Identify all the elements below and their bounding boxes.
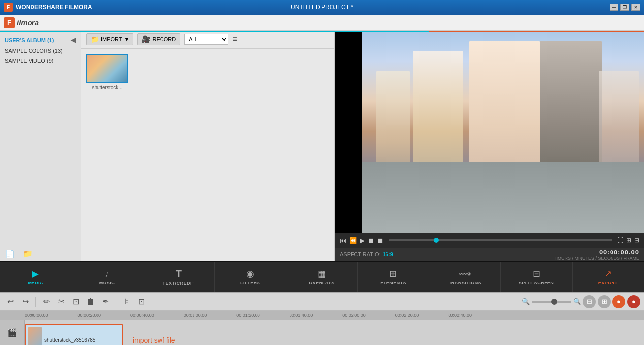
record-label: RECORD bbox=[152, 36, 176, 42]
tool-tab-transitions[interactable]: ⟿ TRANSITIONS bbox=[429, 262, 501, 292]
step-back-button[interactable]: ⏪ bbox=[349, 237, 357, 244]
tool-tab-splitscreen[interactable]: ⊟ SPLIT SCREEN bbox=[501, 262, 572, 292]
album-item-video[interactable]: SAMPLE VIDEO (9) bbox=[0, 56, 81, 65]
album-item-colors[interactable]: SAMPLE COLORS (13) bbox=[0, 46, 81, 56]
stop-button-2[interactable]: ⏹ bbox=[377, 237, 384, 244]
media-tab-icon: ▶ bbox=[32, 268, 39, 279]
skip-back-button[interactable]: ⏮ bbox=[340, 237, 346, 244]
toolbar-divider-2 bbox=[116, 297, 116, 307]
redo-button[interactable]: ↪ bbox=[19, 295, 32, 308]
color-button[interactable]: ✒ bbox=[99, 295, 112, 308]
grid-toggle-icon[interactable]: ≡ bbox=[232, 35, 237, 44]
ruler-tick-4: 00:01:20.00 bbox=[236, 313, 260, 318]
menubar: F ilmora bbox=[0, 15, 644, 31]
playhead-bar[interactable] bbox=[389, 239, 612, 241]
album-item-users[interactable]: USER'S ALBUM (1) ◀ bbox=[0, 34, 81, 46]
figure-4 bbox=[599, 71, 638, 213]
toolbar-divider-1 bbox=[35, 297, 36, 307]
pen-button[interactable]: ✏ bbox=[40, 295, 53, 308]
timeline-btn-red[interactable]: ● bbox=[612, 295, 625, 308]
tool-tab-elements[interactable]: ⊞ ELEMENTS bbox=[358, 262, 429, 292]
text-tab-icon: T bbox=[176, 268, 182, 280]
app-logo-icon: F bbox=[4, 3, 13, 12]
figure-main bbox=[469, 41, 540, 213]
timeline-clip[interactable]: shutterstock_v3516785 bbox=[25, 324, 123, 345]
tool-tab-filters[interactable]: ◉ FILTERS bbox=[215, 262, 286, 292]
restore-button[interactable]: ❐ bbox=[620, 4, 629, 11]
titlebar: F WONDERSHARE FILMORA UNTITLED PROJECT *… bbox=[0, 0, 644, 15]
media-panel: 📁 IMPORT ▼ 🎥 RECORD ALL VIDEO AUDIO IMAG… bbox=[81, 31, 334, 261]
media-thumb-label-0: shutterstock... bbox=[92, 85, 122, 90]
time-units: HOURS / MINUTES / SECONDS / FRAME bbox=[554, 256, 639, 261]
filmora-logo-text: ilmora bbox=[17, 18, 39, 27]
playhead-dot bbox=[434, 238, 439, 243]
controls-bar: ⏮ ⏪ ▶ ⏹ ⏹ ⛶ ⊞ ⊟ bbox=[335, 233, 644, 248]
progress-red bbox=[429, 31, 644, 32]
audio-split-button[interactable]: ⊧ bbox=[120, 295, 133, 308]
overlays-tab-icon: ▦ bbox=[318, 268, 326, 279]
ruler-tick-5: 00:01:40.00 bbox=[290, 313, 313, 318]
video-scene bbox=[362, 31, 644, 233]
zoom-thumb bbox=[551, 299, 557, 305]
render-button[interactable]: ⊞ bbox=[626, 237, 631, 244]
filmora-logo-icon: F bbox=[4, 17, 15, 28]
album-item-video-label: SAMPLE VIDEO (9) bbox=[5, 58, 53, 63]
album-sidebar: USER'S ALBUM (1) ◀ SAMPLE COLORS (13) SA… bbox=[0, 31, 81, 261]
app-name: WONDERSHARE FILMORA bbox=[16, 4, 92, 11]
left-panel: USER'S ALBUM (1) ◀ SAMPLE COLORS (13) SA… bbox=[0, 31, 335, 261]
album-item-users-label: USER'S ALBUM (1) bbox=[5, 37, 54, 43]
audio-detach-button[interactable]: ⊡ bbox=[135, 295, 148, 308]
tool-tab-music[interactable]: ♪ MUSIC bbox=[71, 262, 143, 292]
timeline-btn-dark-red[interactable]: ● bbox=[627, 295, 640, 308]
filmora-logo: F ilmora bbox=[4, 17, 39, 28]
undo-button[interactable]: ↩ bbox=[4, 295, 17, 308]
filters-tab-icon: ◉ bbox=[246, 268, 254, 279]
add-folder-icon[interactable]: 📁 bbox=[23, 249, 32, 258]
timeline-ruler: 00:00:00.00 00:00:20.00 00:00:40.00 00:0… bbox=[0, 311, 644, 320]
preview-area bbox=[335, 31, 644, 233]
preview-video bbox=[362, 31, 644, 233]
tool-tab-overlays[interactable]: ▦ OVERLAYS bbox=[286, 262, 357, 292]
fullscreen-button[interactable]: ⛶ bbox=[617, 237, 623, 244]
timeline-btn-1[interactable]: ⊟ bbox=[583, 295, 596, 308]
track-icons: 🎬 🖼 🎵 bbox=[0, 320, 25, 345]
minimize-button[interactable]: — bbox=[610, 4, 618, 11]
filters-tab-label: FILTERS bbox=[240, 281, 260, 285]
add-file-icon[interactable]: 📄 bbox=[5, 249, 15, 258]
timecode: 00:00:00.00 bbox=[554, 249, 639, 256]
close-button[interactable]: ✕ bbox=[631, 4, 640, 11]
ruler-tick-3: 00:01:00.00 bbox=[184, 313, 207, 318]
tool-tab-media[interactable]: ▶ MEDIA bbox=[0, 262, 71, 292]
timeline-tracks: 🎬 🖼 🎵 shutterstock_v3516785 import swf f… bbox=[0, 320, 644, 345]
zoom-slider[interactable] bbox=[532, 301, 571, 303]
media-thumb-inner-0 bbox=[87, 55, 127, 82]
album-item-colors-label: SAMPLE COLORS (13) bbox=[5, 48, 63, 54]
timeline-btn-2[interactable]: ⊞ bbox=[598, 295, 611, 308]
trash-button[interactable]: 🗑 bbox=[84, 295, 97, 308]
aspect-label: ASPECT RATIO: bbox=[340, 251, 381, 257]
main-layout: USER'S ALBUM (1) ◀ SAMPLE COLORS (13) SA… bbox=[0, 31, 644, 261]
top-progress-bar bbox=[0, 31, 644, 32]
tracks-content: shutterstock_v3516785 import swf file bbox=[25, 320, 644, 345]
video-track: shutterstock_v3516785 import swf file bbox=[25, 320, 644, 345]
media-thumb-0[interactable]: shutterstock... bbox=[86, 54, 128, 90]
transitions-tab-icon: ⟿ bbox=[458, 268, 471, 279]
scissors-button[interactable]: ✂ bbox=[55, 295, 67, 308]
crop-button[interactable]: ⊡ bbox=[69, 295, 82, 308]
settings-button[interactable]: ⊟ bbox=[634, 237, 639, 244]
media-thumb-image-0 bbox=[86, 54, 128, 83]
media-content: shutterstock... bbox=[81, 49, 334, 261]
import-button[interactable]: 📁 IMPORT ▼ bbox=[86, 33, 133, 45]
record-button[interactable]: 🎥 RECORD bbox=[137, 33, 180, 45]
filter-dropdown[interactable]: ALL VIDEO AUDIO IMAGE bbox=[184, 34, 228, 45]
export-tab-label: EXPORT bbox=[598, 281, 618, 285]
tool-tab-text[interactable]: T TEXT/CREDIT bbox=[143, 262, 215, 292]
album-back-arrow[interactable]: ◀ bbox=[71, 36, 76, 44]
figure-3 bbox=[540, 41, 602, 213]
import-note: import swf file bbox=[133, 336, 175, 344]
stop-button[interactable]: ⏹ bbox=[368, 237, 374, 244]
tool-tab-export[interactable]: ↗ EXPORT bbox=[573, 262, 644, 292]
zoom-out-icon[interactable]: 🔍 bbox=[522, 298, 530, 305]
play-button[interactable]: ▶ bbox=[360, 237, 365, 244]
zoom-in-icon[interactable]: 🔍 bbox=[573, 298, 581, 305]
